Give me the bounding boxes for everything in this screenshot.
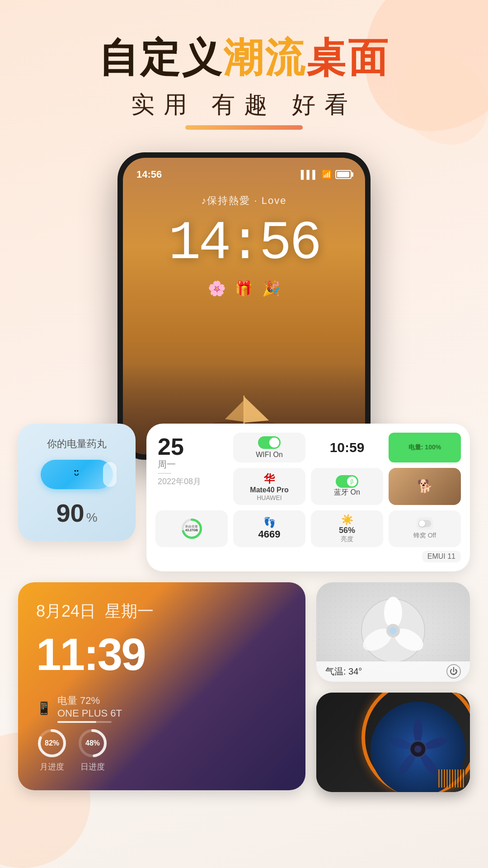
huawei-logo: 华 (264, 472, 275, 486)
battery-bar-cell: 电量: 100% (389, 433, 461, 462)
datetime-weekday: 星期一 (105, 600, 154, 623)
status-icons: ▌▌▌ 📶 (301, 170, 352, 179)
bt-toggle-label: 蓝牙 On (334, 488, 360, 497)
phone-screen: 14:56 ▌▌▌ 📶 ♪保持熱愛 · Love 14:56 🌸 🎁 🎉 (123, 158, 365, 454)
svg-point-15 (414, 745, 422, 753)
storage-ring: 剩余容量 43.27GB (179, 516, 204, 541)
hive-toggle[interactable] (417, 517, 433, 530)
datetime-clock: 11:39 (36, 632, 287, 677)
phone-status-bar: 14:56 ▌▌▌ 📶 (123, 158, 365, 185)
widgets-section: 你的电量药丸 ᵕ̈ 90 % 25 周一 2022年08月 (0, 424, 488, 792)
title-part2: 潮流 (223, 35, 306, 80)
battery-percent-display: 90 % (56, 498, 97, 528)
widget-datetime: 8月24日 星期一 11:39 📱 电量 72% ONE PLUS 6T (18, 582, 305, 790)
info-grid: 25 周一 2022年08月 WIFI On 10:59 电量: 100% (155, 433, 461, 547)
phone-mockup-container: 14:56 ▌▌▌ 📶 ♪保持熱愛 · Love 14:56 🌸 🎁 🎉 (117, 152, 371, 460)
datetime-battery-label: 电量 72% (57, 694, 122, 708)
datetime-content: 8月24日 星期一 11:39 📱 电量 72% ONE PLUS 6T (18, 582, 305, 790)
datetime-date-row: 8月24日 星期一 (36, 600, 287, 623)
fan-widgets-column: 气温: 34° ⏻ (316, 582, 470, 792)
battery-pill-label: 你的电量药丸 (47, 437, 107, 451)
pill-right-cap (103, 462, 117, 487)
fan-white-svg (357, 597, 429, 667)
signal-icon: ▌▌▌ (301, 170, 318, 179)
hive-label: 蜂窝 Off (413, 532, 436, 540)
storage-cell: 剩余容量 43.27GB (155, 510, 228, 547)
daily-ring: 48% (77, 727, 108, 759)
battery-percent-value: 90 (56, 498, 84, 528)
subtitle: 实用 有趣 好看 (0, 89, 488, 121)
fan-temp-label: 气温: 34° (325, 665, 362, 678)
header: 自定义潮流桌面 实用 有趣 好看 (0, 0, 488, 130)
wifi-toggle-label: WIFI On (256, 451, 283, 459)
monthly-progress: 82% 月进度 (36, 727, 68, 772)
widget-info: 25 周一 2022年08月 WIFI On 10:59 电量: 100% (146, 424, 470, 571)
steps-count: 4669 (258, 528, 281, 540)
monthly-label: 月进度 (40, 761, 64, 772)
brightness-value: 56% (339, 526, 355, 535)
lock-music-text: ♪保持熱愛 · Love (201, 194, 286, 208)
lock-clock: 14:56 (168, 217, 319, 271)
wifi-toggle-cell[interactable]: WIFI On (233, 433, 305, 462)
datetime-battery-line (57, 721, 112, 723)
daily-percent: 48% (85, 739, 100, 747)
hive-cell: 蜂窝 Off (389, 510, 461, 547)
main-title: 自定义潮流桌面 (0, 36, 488, 80)
bt-toggle-switch[interactable]: β (336, 475, 358, 488)
phone-mockup: 14:56 ▌▌▌ 📶 ♪保持熱愛 · Love 14:56 🌸 🎁 🎉 (117, 152, 371, 460)
battery-icon (335, 170, 352, 179)
info-date-month: 2022年08月 (158, 476, 201, 487)
title-part3: 桌面 (306, 35, 389, 80)
fan-bottom-bar: 气温: 34° ⏻ (316, 661, 470, 682)
info-date-cell: 25 周一 2022年08月 (155, 433, 228, 505)
wifi-toggle-switch[interactable] (258, 436, 281, 449)
widgets-row2: 8月24日 星期一 11:39 📱 电量 72% ONE PLUS 6T (18, 582, 470, 792)
datetime-device-row: 📱 电量 72% ONE PLUS 6T (36, 694, 287, 723)
brightness-icon: ☀️ (341, 514, 353, 526)
pill-face: ᵕ̈ (74, 468, 80, 483)
fan-power-button[interactable]: ⏻ (446, 664, 461, 679)
party-icon: 🎉 (262, 280, 280, 297)
battery-bar-text: 电量: 100% (408, 443, 441, 452)
brightness-cell: ☀️ 56% 亮度 (311, 510, 383, 547)
svg-point-9 (384, 597, 402, 628)
widget-battery-pill: 你的电量药丸 ᵕ̈ 90 % (18, 424, 136, 541)
emui-label: EMUI 11 (422, 551, 461, 562)
steps-icon: 👣 (263, 517, 276, 528)
bt-toggle-cell[interactable]: β 蓝牙 On (311, 468, 383, 505)
emui-row: EMUI 11 (155, 551, 461, 562)
widgets-row1: 你的电量药丸 ᵕ̈ 90 % 25 周一 2022年08月 (18, 424, 470, 571)
bt-toggle-knob: β (347, 476, 357, 486)
device-brand: HUAWEI (257, 494, 282, 501)
monthly-percent: 82% (45, 739, 59, 747)
daily-progress: 48% 日进度 (77, 727, 108, 772)
datetime-device-name: ONE PLUS 6T (57, 708, 122, 719)
flower-icon: 🌸 (208, 280, 226, 297)
storage-label-inner: 剩余容量 (185, 525, 198, 529)
underline-decoration (185, 125, 303, 130)
device-phone-icon: 📱 (36, 701, 52, 716)
wifi-status-icon: 📶 (322, 170, 332, 179)
device-cell: 华 Mate40 Pro HUAWEI (233, 468, 305, 505)
info-date-week: 周一 (158, 458, 176, 471)
monthly-ring: 82% (36, 727, 68, 759)
gift-icon: 🎁 (235, 280, 253, 297)
storage-value-inner: 43.27GB (185, 528, 198, 532)
datetime-bottom: 📱 电量 72% ONE PLUS 6T (36, 694, 287, 772)
datetime-battery-fill (57, 721, 96, 723)
info-date-separator (158, 473, 171, 474)
datetime-date: 8月24日 (36, 600, 96, 623)
storage-text-inside: 剩余容量 43.27GB (185, 525, 198, 532)
photo-placeholder: 🐕 (417, 479, 433, 494)
widget-fan-dark (316, 693, 470, 792)
battery-percent-unit: % (86, 510, 98, 525)
svg-point-13 (389, 627, 397, 634)
pill-image: ᵕ̈ (41, 460, 113, 489)
photo-cell: 🐕 (389, 468, 461, 505)
steps-cell: 👣 4669 (233, 510, 305, 547)
daily-label: 日进度 (80, 761, 105, 772)
title-part1: 自定义 (99, 35, 223, 80)
brightness-label: 亮度 (341, 535, 353, 543)
phone-status-time: 14:56 (136, 169, 162, 180)
device-name: Mate40 Pro (250, 486, 288, 494)
